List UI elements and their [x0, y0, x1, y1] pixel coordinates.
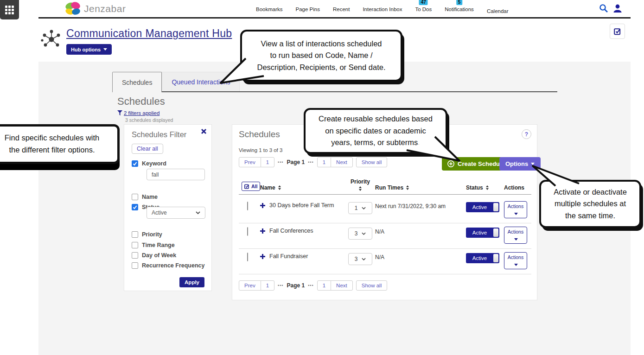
todos-count-badge: 47 — [419, 0, 428, 5]
show-all-button[interactable]: Show all — [356, 157, 387, 167]
pagination-top: Prev 1 ••• Page 1 ••• 1 Next Show all — [239, 157, 387, 167]
filter-row-priority: Priority — [132, 231, 162, 238]
filters-applied-link[interactable]: 2 filters applied — [124, 110, 159, 116]
pagination-dots: ••• — [278, 283, 283, 288]
status-toggle[interactable]: Active — [466, 253, 499, 263]
chevron-down-icon — [514, 238, 518, 241]
plus-circle-icon — [447, 160, 454, 167]
brand[interactable]: Jenzabar — [64, 1, 126, 16]
chevron-down-icon — [196, 211, 200, 214]
help-button[interactable]: ? — [522, 129, 531, 139]
search-icon[interactable] — [599, 4, 608, 13]
row-checkbox[interactable] — [247, 202, 248, 210]
row-actions-button[interactable]: Actions — [504, 252, 527, 269]
priority-select[interactable]: 1 — [348, 202, 372, 214]
expand-plus-icon[interactable] — [260, 228, 265, 234]
tab-queued-interactions[interactable]: Queued Interactions — [162, 72, 240, 91]
priority-select[interactable]: 3 — [348, 253, 372, 265]
run-times-cell: N/A — [375, 228, 466, 235]
nav-notifications[interactable]: 5Notifications — [438, 6, 480, 12]
tasks-button[interactable] — [610, 24, 625, 39]
chevron-down-icon — [531, 163, 535, 165]
page-1-button[interactable]: 1 — [317, 280, 331, 291]
clear-all-button[interactable]: Clear all — [132, 144, 163, 154]
keyword-checkbox[interactable] — [132, 160, 138, 167]
chevron-down-icon — [362, 232, 366, 235]
row-actions-button[interactable]: Actions — [504, 201, 527, 218]
filter-row-time-range: Time Range — [132, 242, 175, 248]
time-range-checkbox[interactable] — [132, 242, 138, 248]
nav-to-dos[interactable]: 47To Dos — [408, 6, 438, 12]
page-1-button[interactable]: 1 — [317, 157, 331, 167]
nav-links: Bookmarks Page Pins Recent Interaction I… — [249, 0, 515, 19]
day-of-week-checkbox[interactable] — [132, 252, 138, 259]
status-select[interactable]: Active — [147, 207, 205, 219]
table-header: All Name Priority Run Times Status Actio… — [239, 178, 531, 195]
row-checkbox[interactable] — [247, 253, 248, 261]
callout-create-schedule: Create reusable schedules based on speci… — [304, 108, 447, 154]
page-1-button[interactable]: 1 — [261, 157, 274, 167]
hub-options-button[interactable]: Hub options — [66, 44, 112, 55]
page-title[interactable]: Communication Management Hub — [66, 27, 232, 40]
nav-icons — [599, 4, 622, 13]
chevron-down-icon — [362, 258, 366, 260]
priority-select[interactable]: 3 — [348, 228, 372, 240]
app-menu-button[interactable] — [0, 0, 19, 19]
page-1-button[interactable]: 1 — [261, 280, 274, 291]
chevron-down-icon — [362, 207, 366, 209]
pagination-bottom: Prev 1 ••• Page 1 ••• 1 Next Show all — [239, 280, 387, 291]
grid-icon — [5, 6, 14, 14]
close-icon[interactable] — [201, 128, 207, 134]
recurrence-frequency-checkbox[interactable] — [132, 262, 138, 269]
filter-row-keyword: Keyword — [132, 160, 166, 167]
name-checkbox[interactable] — [132, 194, 138, 200]
prev-button[interactable]: Prev — [239, 157, 261, 167]
nav-page-pins[interactable]: Page Pins — [289, 6, 326, 12]
show-all-button[interactable]: Show all — [356, 280, 387, 291]
filter-row-day-of-week: Day of Week — [132, 252, 176, 259]
options-button[interactable]: Options — [499, 157, 541, 171]
column-header-run-times[interactable]: Run Times — [375, 184, 466, 191]
nav-recent[interactable]: Recent — [326, 6, 356, 12]
callout-multi-activate: Activate or deactivate multiple schedule… — [539, 180, 641, 228]
keyword-input[interactable] — [147, 169, 205, 180]
nav-interaction-inbox[interactable]: Interaction Inbox — [356, 6, 408, 12]
priority-checkbox[interactable] — [132, 231, 138, 238]
chevron-down-icon — [103, 48, 107, 51]
page: Jenzabar Bookmarks Page Pins Recent Inte… — [0, 0, 644, 355]
chevron-down-icon — [514, 264, 518, 266]
run-times-cell: N/A — [375, 253, 466, 260]
nav-calendar[interactable]: Calendar — [480, 8, 515, 14]
select-all-button[interactable]: All — [242, 182, 260, 191]
user-icon[interactable] — [613, 4, 622, 13]
expand-plus-icon[interactable] — [260, 203, 265, 208]
apply-button[interactable]: Apply — [179, 277, 204, 287]
sort-icon — [278, 185, 281, 190]
filter-row-name: Name — [132, 194, 158, 200]
schedules-displayed-note: 3 schedules displayed — [125, 117, 173, 123]
pagination-dots: ••• — [308, 160, 313, 165]
next-button[interactable]: Next — [331, 280, 353, 291]
nav-bookmarks[interactable]: Bookmarks — [249, 6, 289, 12]
column-header-name[interactable]: Name — [260, 184, 345, 191]
prev-button[interactable]: Prev — [239, 280, 261, 291]
filter-row-recurrence-frequency: Recurrence Frequency — [132, 262, 204, 269]
column-header-status[interactable]: Status — [466, 184, 504, 191]
row-actions-button[interactable]: Actions — [504, 227, 527, 244]
row-checkbox[interactable] — [247, 227, 248, 236]
column-header-priority[interactable]: Priority — [351, 178, 370, 191]
sort-icon — [406, 185, 409, 190]
notifications-count-badge: 5 — [456, 0, 463, 5]
page-label: Page 1 — [287, 159, 305, 165]
status-checkbox[interactable] — [132, 204, 138, 210]
table-row: 30 Days before Fall Term 1 Next run 7/31… — [239, 198, 531, 223]
table-row: Fall Conferences 3 N/A Active Actions — [239, 223, 531, 249]
status-toggle[interactable]: Active — [466, 202, 499, 212]
hub-molecule-icon — [41, 28, 62, 50]
status-toggle[interactable]: Active — [466, 228, 499, 238]
chevron-down-icon — [514, 213, 518, 215]
check-square-icon — [244, 184, 249, 189]
tab-schedules[interactable]: Schedules — [112, 72, 162, 92]
next-button[interactable]: Next — [331, 157, 353, 167]
expand-plus-icon[interactable] — [260, 254, 265, 259]
